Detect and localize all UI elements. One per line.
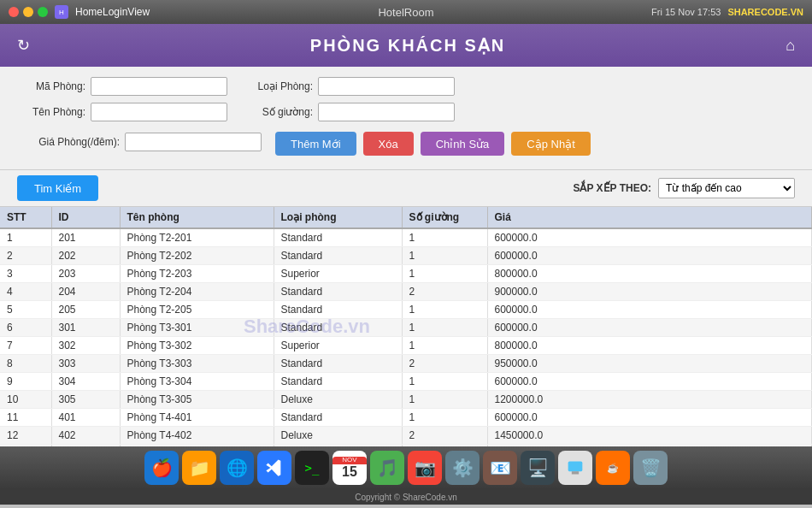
dock: 🍎 📁 🌐 >_ NOV 15 🎵 📷 ⚙️ 📧 🖥️ ☕ 🗑️ [0, 446, 812, 489]
table-cell-8-4: 1 [402, 373, 487, 391]
table-row[interactable]: 12402Phòng T4-402Deluxe21450000.0 [0, 427, 812, 445]
table-cell-4-1: 205 [51, 301, 120, 319]
table-cell-6-4: 1 [402, 337, 487, 355]
table-cell-0-0: 1 [0, 228, 51, 247]
minimize-button[interactable] [23, 7, 33, 17]
dock-item-music[interactable]: 🎵 [370, 451, 404, 485]
title-bar-left: H HomeLoginView [9, 5, 150, 19]
loai-phong-label: Loại Phòng: [244, 80, 313, 92]
refresh-button[interactable]: ↻ [17, 36, 30, 55]
table-row[interactable]: 3203Phòng T2-203Superior1800000.0 [0, 265, 812, 283]
table-row[interactable]: 8303Phòng T3-303Standard2950000.0 [0, 355, 812, 373]
table-row[interactable]: 13403Phòng T4-403Standard1600000.0 [0, 445, 812, 447]
table-header-row: STT ID Tên phòng Loại phòng Số giường Gi… [0, 207, 812, 228]
table-cell-9-5: 1200000.0 [487, 391, 812, 409]
table-cell-11-1: 402 [51, 427, 120, 445]
dock-item-finder[interactable]: 🍎 [144, 451, 179, 485]
dock-item-photos[interactable]: 📷 [408, 451, 442, 485]
form-row-3: Giá Phòng(/đêm): Thêm Mới Xóa Chỉnh Sửa … [17, 128, 795, 156]
dock-item-settings[interactable]: ⚙️ [445, 451, 480, 485]
table-cell-5-1: 301 [51, 319, 120, 337]
table-row[interactable]: 10305Phòng T3-305Deluxe11200000.0 [0, 391, 812, 409]
table-cell-4-3: Standard [274, 301, 402, 319]
dock-item-java[interactable]: ☕ [596, 451, 630, 485]
app-header: ↻ PHÒNG KHÁCH SẠN ⌂ [0, 24, 812, 67]
so-giuong-group: Số giường: [244, 103, 455, 121]
table-cell-9-2: Phòng T3-305 [120, 391, 274, 409]
table-row[interactable]: 7302Phòng T3-302Superior1800000.0 [0, 337, 812, 355]
ten-phong-group: Tên Phòng: [17, 103, 227, 121]
table-cell-10-2: Phòng T4-401 [120, 409, 274, 427]
table-cell-3-5: 900000.0 [487, 283, 812, 301]
table-cell-6-0: 7 [0, 337, 51, 355]
gia-phong-input[interactable] [125, 133, 262, 151]
dock-item-mail[interactable]: 📧 [483, 451, 517, 485]
table-cell-7-3: Standard [274, 355, 402, 373]
close-button[interactable] [9, 7, 19, 17]
ten-phong-label: Tên Phòng: [17, 106, 85, 118]
action-buttons: Thêm Mới Xóa Chỉnh Sửa Cập Nhật [275, 132, 591, 156]
room-table: STT ID Tên phòng Loại phòng Số giường Gi… [0, 207, 812, 446]
table-cell-7-4: 2 [402, 355, 487, 373]
ten-phong-input[interactable] [91, 103, 227, 121]
ma-phong-group: Mã Phòng: [17, 77, 227, 96]
table-cell-11-4: 2 [402, 427, 487, 445]
sort-select[interactable]: Từ thấp đến cao Từ cao đến thấp Theo tên… [658, 178, 795, 198]
dock-item-monitor[interactable]: 🖥️ [521, 451, 555, 485]
chinh-sua-button[interactable]: Chỉnh Sửa [421, 132, 505, 156]
xoa-button[interactable]: Xóa [363, 132, 414, 156]
form-area: Mã Phòng: Loại Phòng: Tên Phòng: Số giườ… [0, 67, 812, 170]
main-window: ↻ PHÒNG KHÁCH SẠN ⌂ Mã Phòng: Loại Phòng… [0, 24, 812, 446]
dock-item-calendar[interactable]: NOV 15 [332, 451, 367, 485]
search-sort-row: Tim Kiếm SẮP XẾP THEO: Từ thấp đến cao T… [0, 170, 812, 207]
table-cell-8-3: Standard [274, 373, 402, 391]
table-cell-0-5: 600000.0 [487, 228, 812, 247]
table-cell-8-0: 9 [0, 373, 51, 391]
app-name: HomeLoginView [75, 6, 150, 18]
so-giuong-input[interactable] [318, 103, 455, 121]
window-title: HotelRoom [378, 6, 433, 19]
copyright-bar: Copyright © ShareCode.vn [0, 489, 812, 505]
table-cell-8-5: 600000.0 [487, 373, 812, 391]
them-moi-button[interactable]: Thêm Mới [275, 132, 356, 156]
dock-item-vscode[interactable] [257, 451, 291, 485]
dock-item-files[interactable]: 📁 [182, 451, 216, 485]
table-row[interactable]: 4204Phòng T2-204Standard2900000.0 [0, 283, 812, 301]
table-row[interactable]: 11401Phòng T4-401Standard1600000.0 [0, 409, 812, 427]
table-row[interactable]: 9304Phòng T3-304Standard1600000.0 [0, 373, 812, 391]
table-cell-10-5: 600000.0 [487, 409, 812, 427]
dock-item-browser[interactable]: 🌐 [220, 451, 254, 485]
table-row[interactable]: 1201Phòng T2-201Standard1600000.0 [0, 228, 812, 247]
table-cell-3-0: 4 [0, 283, 51, 301]
dock-item-preview[interactable] [558, 451, 592, 485]
table-cell-0-1: 201 [51, 228, 120, 247]
sharecode-label: SHARECODE.VN [727, 7, 803, 17]
page-title: PHÒNG KHÁCH SẠN [30, 35, 786, 56]
table-row[interactable]: 5205Phòng T2-205Standard1600000.0 [0, 301, 812, 319]
table-container[interactable]: ShareCode.vn STT ID Tên phòng Loại phòng… [0, 207, 812, 446]
cap-nhat-button[interactable]: Cập Nhật [511, 132, 590, 156]
col-header-loai: Loại phòng [274, 207, 402, 228]
table-cell-12-5: 600000.0 [487, 445, 812, 447]
table-cell-0-4: 1 [402, 228, 487, 247]
table-cell-11-2: Phòng T4-402 [120, 427, 274, 445]
dock-item-terminal[interactable]: >_ [295, 451, 329, 485]
table-cell-9-0: 10 [0, 391, 51, 409]
app-icon: H [55, 5, 68, 19]
table-row[interactable]: 2202Phòng T2-202Standard1600000.0 [0, 247, 812, 265]
table-cell-11-5: 1450000.0 [487, 427, 812, 445]
table-cell-1-3: Standard [274, 247, 402, 265]
table-cell-3-4: 2 [402, 283, 487, 301]
dock-item-trash[interactable]: 🗑️ [633, 451, 668, 485]
ma-phong-input[interactable] [91, 77, 227, 96]
tim-kiem-button[interactable]: Tim Kiếm [17, 175, 98, 201]
maximize-button[interactable] [38, 7, 48, 17]
table-cell-5-4: 1 [402, 319, 487, 337]
loai-phong-input[interactable] [318, 77, 455, 96]
table-cell-2-0: 3 [0, 265, 51, 283]
table-cell-5-2: Phòng T3-301 [120, 319, 274, 337]
home-button[interactable]: ⌂ [786, 37, 795, 55]
table-row[interactable]: 6301Phòng T3-301Standard1600000.0 [0, 319, 812, 337]
sort-label: SẮP XẾP THEO: [573, 182, 651, 194]
table-cell-10-4: 1 [402, 409, 487, 427]
